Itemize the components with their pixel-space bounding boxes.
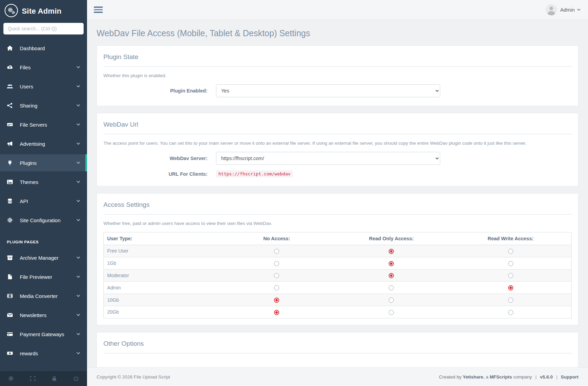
sidebar-item-site-configuration[interactable]: Site Configuration: [0, 212, 87, 229]
credits-text: , a: [483, 374, 490, 380]
yetishare-link[interactable]: Yetishare: [463, 374, 483, 380]
no-access-cell: [220, 294, 333, 306]
sidebar-item-archive-manager[interactable]: Archive Manager: [0, 249, 87, 266]
users-icon: [7, 84, 16, 89]
radio-read-write[interactable]: [508, 273, 513, 278]
radio-read-write[interactable]: [508, 310, 513, 315]
radio-read-only[interactable]: [389, 285, 394, 290]
no-access-cell: [220, 306, 333, 318]
sidebar-item-themes[interactable]: Themes: [0, 173, 87, 190]
sidebar-item-media-converter[interactable]: Media Converter: [0, 287, 87, 304]
search-input[interactable]: [3, 23, 84, 34]
gear-icon[interactable]: [8, 376, 14, 381]
sidebar-item-files[interactable]: Files: [0, 59, 87, 76]
table-row-10gb: 10Gb: [104, 294, 572, 306]
divider: [103, 353, 572, 354]
footer-credits: Created by Yetishare, a MFScripts compan…: [439, 374, 578, 380]
chevron-down-icon: [76, 142, 80, 145]
chevron-down-icon: [76, 181, 80, 183]
radio-read-write[interactable]: [508, 298, 513, 303]
user-type-cell: Moderator: [104, 269, 221, 282]
page-title: WebDav File Access (Mobile, Tablet & Des…: [97, 28, 578, 38]
lock-icon[interactable]: [51, 376, 57, 381]
read-write-cell: [450, 294, 571, 306]
sidebar-item-label: Files: [20, 65, 76, 70]
table-row-20gb: 20Gb: [104, 306, 572, 318]
radio-read-only[interactable]: [389, 310, 394, 315]
file-icon: [7, 274, 16, 280]
home-icon: [7, 45, 16, 51]
read-write-cell: [450, 257, 571, 269]
sidebar-item-rewards[interactable]: rewards: [0, 345, 87, 362]
share-icon: [7, 103, 16, 108]
read-only-cell: [333, 294, 450, 306]
money-icon: [7, 351, 16, 356]
sidebar-item-label: API: [20, 198, 76, 204]
radio-no-access[interactable]: [274, 249, 279, 254]
username: Admin: [560, 7, 575, 13]
radio-read-write[interactable]: [508, 249, 513, 254]
sidebar-item-sharing[interactable]: Sharing: [0, 97, 87, 114]
radio-read-write[interactable]: [508, 285, 513, 290]
webdav-url-heading: WebDav Url: [103, 121, 572, 128]
radio-read-only[interactable]: [389, 273, 394, 278]
credit-card-icon: [7, 331, 16, 337]
radio-read-write[interactable]: [508, 261, 513, 266]
radio-read-only[interactable]: [389, 261, 394, 266]
sidebar-item-newsletters[interactable]: Newsletters: [0, 306, 87, 324]
no-access-cell: [220, 269, 333, 282]
read-only-cell: [333, 282, 450, 294]
column-header-user-type-: User Type:: [104, 232, 221, 245]
avatar: [546, 4, 557, 15]
user-menu[interactable]: Admin: [546, 4, 580, 15]
access-settings-card: Access Settings Whether free, paid or ad…: [97, 193, 578, 325]
sidebar-item-advertising[interactable]: Advertising: [0, 135, 87, 152]
webdav-url-description: The access point for users. You can set …: [103, 141, 572, 146]
sidebar-item-label: Plugins: [20, 160, 76, 166]
chevron-down-icon: [76, 295, 80, 297]
chevron-down-icon: [76, 66, 80, 69]
plugin-enabled-select[interactable]: Yes: [216, 84, 440, 97]
sidebar-item-label: File Previewer: [20, 274, 76, 280]
no-access-cell: [220, 257, 333, 269]
radio-no-access[interactable]: [274, 261, 279, 266]
expand-icon[interactable]: [30, 376, 36, 381]
sidebar-item-api[interactable]: API: [0, 192, 87, 210]
sidebar: Site Admin DashboardFilesUsersSharingFil…: [0, 0, 87, 386]
gear-icon: [7, 217, 16, 223]
sidebar-item-plugins[interactable]: Plugins: [0, 154, 87, 171]
webdav-client-url-code: https://fhscript.com/webdav: [216, 170, 293, 177]
separator: |: [556, 374, 558, 380]
column-header-no-access-: No Access:: [220, 232, 333, 245]
radio-no-access[interactable]: [274, 273, 279, 278]
radio-read-only[interactable]: [389, 298, 394, 303]
power-icon[interactable]: [73, 376, 79, 381]
image-icon: [7, 179, 16, 185]
radio-read-only[interactable]: [389, 249, 394, 254]
sidebar-item-label: Newsletters: [20, 312, 76, 318]
table-row-free-user: Free User: [104, 245, 572, 257]
plugin-pages-section-label: PLUGIN PAGES: [0, 231, 87, 249]
mfscripts-link[interactable]: MFScripts: [490, 374, 512, 380]
radio-no-access[interactable]: [274, 285, 279, 290]
webdav-server-select[interactable]: https://fhscript.com/: [216, 152, 440, 165]
radio-no-access[interactable]: [274, 310, 279, 315]
support-link[interactable]: Support: [561, 374, 578, 380]
sidebar-item-dashboard[interactable]: Dashboard: [0, 40, 87, 57]
user-type-cell: 20Gb: [104, 306, 221, 318]
footer: Copyright © 2026 File Upload Script Crea…: [87, 367, 588, 386]
access-settings-table: User Type:No Access:Read Only Access:Rea…: [103, 232, 572, 318]
sidebar-item-label: Media Converter: [20, 293, 76, 299]
sidebar-item-payment-gateways[interactable]: Payment Gateways: [0, 326, 87, 343]
film-icon: [7, 293, 16, 299]
plugin-state-description: Whether this plugin is enabled.: [103, 73, 572, 78]
user-type-cell: Free User: [104, 245, 221, 257]
read-only-cell: [333, 306, 450, 318]
sidebar-item-file-servers[interactable]: File Servers: [0, 116, 87, 133]
radio-no-access[interactable]: [274, 298, 279, 303]
sidebar-item-users[interactable]: Users: [0, 78, 87, 95]
copyright-text: Copyright © 2026 File Upload Script: [97, 374, 170, 380]
sidebar-item-label: Payment Gateways: [20, 331, 76, 337]
sidebar-item-file-previewer[interactable]: File Previewer: [0, 268, 87, 285]
hamburger-menu-icon[interactable]: [92, 5, 104, 14]
